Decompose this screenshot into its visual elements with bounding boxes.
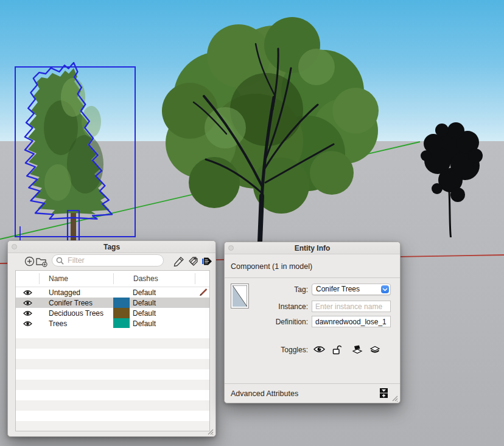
tag-dashes[interactable]: Default bbox=[130, 309, 195, 318]
receive-shadows-toggle[interactable] bbox=[351, 343, 363, 355]
resize-grip[interactable] bbox=[391, 394, 398, 402]
pencil-icon bbox=[198, 288, 208, 297]
chevron-down-icon bbox=[382, 288, 388, 291]
tag-name[interactable]: Untagged bbox=[39, 288, 113, 297]
details-button[interactable] bbox=[200, 254, 214, 268]
tags-toolbar bbox=[8, 253, 215, 270]
visibility-toggle[interactable] bbox=[16, 290, 39, 296]
eye-icon bbox=[313, 346, 325, 353]
active-tag-indicator[interactable] bbox=[195, 288, 210, 297]
tag-field-row: Tag: Conifer Trees bbox=[225, 284, 400, 295]
tag-label: Tag: bbox=[294, 285, 308, 294]
tag-color-swatch[interactable] bbox=[113, 318, 130, 329]
lock-toggle[interactable] bbox=[331, 343, 343, 355]
tag-dashes[interactable]: Default bbox=[130, 319, 195, 328]
column-header-name[interactable]: Name bbox=[49, 274, 68, 283]
tag-dropdown-value: Conifer Trees bbox=[316, 284, 381, 294]
dropdown-chevron-button[interactable] bbox=[381, 285, 389, 293]
add-tag-button[interactable] bbox=[23, 254, 36, 268]
tag-name[interactable]: Trees bbox=[39, 319, 113, 328]
receive-shadows-icon bbox=[352, 344, 363, 354]
tag-row-conifer-trees[interactable]: Conifer Trees Default bbox=[16, 298, 209, 308]
separator bbox=[225, 383, 400, 384]
tags-panel: Tags bbox=[7, 240, 216, 437]
visibility-toggle[interactable] bbox=[16, 300, 39, 306]
tag-row-trees[interactable]: Trees Default bbox=[16, 318, 209, 329]
add-tag-folder-button[interactable] bbox=[35, 254, 48, 268]
entity-info-title: Entity Info bbox=[295, 244, 331, 253]
tags-icon bbox=[187, 256, 199, 267]
tag-name[interactable]: Deciduous Trees bbox=[39, 309, 113, 318]
resize-grip[interactable] bbox=[206, 428, 214, 435]
tags-titlebar[interactable]: Tags bbox=[8, 241, 215, 253]
column-header-dashes[interactable]: Dashes bbox=[133, 274, 158, 283]
entity-info-titlebar[interactable]: Entity Info bbox=[225, 242, 400, 254]
tags-panel-title: Tags bbox=[103, 243, 120, 251]
tags-list-header[interactable]: Name Dashes bbox=[16, 271, 209, 287]
close-button[interactable] bbox=[228, 245, 234, 251]
filter-search-field[interactable] bbox=[52, 254, 164, 267]
cast-shadows-toggle[interactable] bbox=[369, 343, 381, 355]
instance-input[interactable] bbox=[312, 301, 391, 312]
tags-stack-button[interactable] bbox=[186, 254, 200, 268]
advanced-attributes-label: Advanced Attributes bbox=[231, 389, 298, 398]
toggles-row: Toggles: bbox=[225, 343, 400, 355]
tag-row-deciduous-trees[interactable]: Deciduous Trees Default bbox=[16, 308, 209, 318]
folder-plus-icon bbox=[35, 256, 48, 267]
definition-input[interactable] bbox=[312, 316, 391, 327]
tag-color-swatch[interactable] bbox=[113, 287, 130, 298]
tag-dashes[interactable]: Default bbox=[130, 299, 195, 307]
eye-icon bbox=[23, 321, 32, 327]
definition-field-row: Definition: bbox=[225, 316, 400, 327]
tag-color-swatch[interactable] bbox=[113, 308, 130, 318]
pencil-tag-icon bbox=[173, 256, 184, 267]
expand-advanced-button[interactable] bbox=[379, 388, 388, 399]
close-button[interactable] bbox=[12, 244, 17, 249]
definition-label: Definition: bbox=[276, 318, 308, 326]
tag-color-swatch[interactable] bbox=[113, 298, 130, 308]
tag-name[interactable]: Conifer Trees bbox=[39, 299, 113, 307]
circle-plus-icon bbox=[24, 256, 35, 267]
separator bbox=[225, 277, 400, 278]
details-arrow-icon bbox=[201, 256, 213, 267]
visibility-toggle[interactable] bbox=[16, 310, 39, 316]
toggles-label: Toggles: bbox=[281, 346, 308, 354]
empty-rows bbox=[16, 328, 209, 431]
entity-info-panel: Entity Info Component (1 in model) Tag: … bbox=[224, 242, 401, 403]
sketchup-window: Tags bbox=[0, 0, 504, 446]
tags-list: Name Dashes Untagged Default bbox=[15, 270, 210, 431]
eye-icon bbox=[23, 290, 32, 296]
edit-tag-button[interactable] bbox=[172, 254, 185, 268]
eye-icon bbox=[23, 310, 32, 316]
filter-input[interactable] bbox=[66, 256, 159, 265]
tag-dropdown[interactable]: Conifer Trees bbox=[312, 284, 391, 295]
entity-summary: Component (1 in model) bbox=[231, 262, 312, 271]
unlocked-padlock-icon bbox=[332, 344, 342, 355]
cast-shadows-icon bbox=[369, 344, 380, 354]
hide-toggle[interactable] bbox=[313, 343, 325, 355]
search-icon bbox=[56, 257, 64, 265]
eye-icon bbox=[23, 300, 32, 306]
tag-dashes[interactable]: Default bbox=[130, 288, 195, 297]
tag-row-untagged[interactable]: Untagged Default bbox=[16, 287, 209, 298]
instance-field-row: Instance: bbox=[225, 301, 400, 312]
visibility-toggle[interactable] bbox=[16, 321, 39, 327]
instance-label: Instance: bbox=[278, 302, 308, 311]
